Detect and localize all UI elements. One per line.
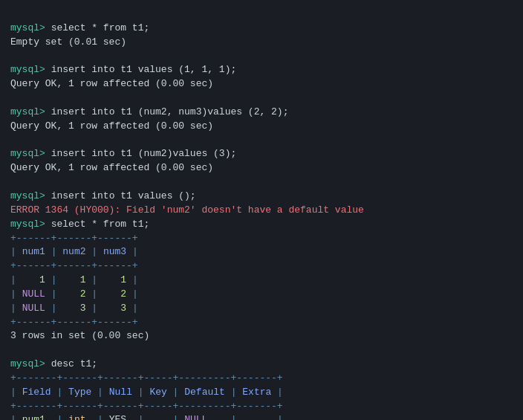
line-11: mysql> select * from t1;	[10, 219, 149, 230]
line-desc: mysql> desc t1;	[10, 358, 97, 369]
desc-border-2: +-------+------+------+-----+---------+-…	[10, 401, 283, 412]
line-7: mysql> insert into t1 (num2)values (3);	[10, 148, 236, 159]
table-row-2: | NULL | 2 | 2 |	[10, 288, 138, 300]
line-5: mysql> insert into t1 (num2, num3)values…	[10, 106, 288, 117]
table-row-3: | NULL | 3 | 3 |	[10, 303, 138, 314]
line-8: Query OK, 1 row affected (0.00 sec)	[10, 162, 213, 173]
table-border-2: +------+------+------+	[10, 260, 138, 271]
desc-header: | Field | Type | Null | Key | Default | …	[10, 387, 283, 398]
line-2: Empty set (0.01 sec)	[10, 36, 126, 48]
desc-border-1: +-------+------+------+-----+---------+-…	[10, 372, 283, 384]
line-1: mysql> select * from t1;	[10, 22, 149, 33]
prompt-1: mysql> select * from t1;	[10, 22, 149, 33]
result-count-1: 3 rows in set (0.00 sec)	[10, 330, 149, 341]
table-border-3: +------+------+------+	[10, 317, 138, 328]
table-header: | num1 | num2 | num3 |	[10, 246, 138, 257]
line-4: Query OK, 1 row affected (0.00 sec)	[10, 78, 213, 89]
desc-row-1: | num1 | int | YES | | NULL | |	[10, 414, 283, 420]
table-border-1: +------+------+------+	[10, 233, 138, 244]
line-9: mysql> insert into t1 values ();	[10, 190, 196, 201]
line-6: Query OK, 1 row affected (0.00 sec)	[10, 120, 213, 132]
table-row-1: | 1 | 1 | 1 |	[10, 274, 138, 285]
line-3: mysql> insert into t1 values (1, 1, 1);	[10, 64, 236, 75]
line-10: ERROR 1364 (HY000): Field 'num2' doesn't…	[10, 204, 364, 216]
terminal-output: mysql> select * from t1; Empty set (0.01…	[10, 7, 513, 420]
